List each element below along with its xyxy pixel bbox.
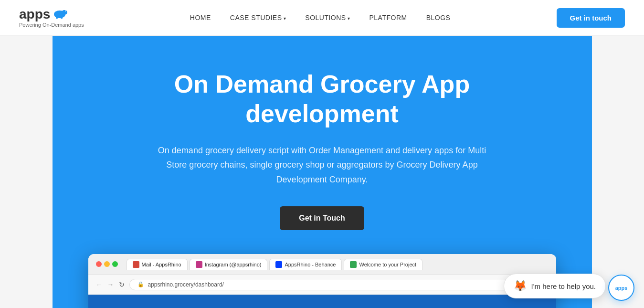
refresh-icon[interactable]: ↻ [119,281,125,288]
chat-text: I'm here to help you. [531,282,596,290]
browser-nav: ← → ↻ 🔒 appsrhino.grocery/dashboard/ ☆ 👤… [88,275,556,295]
chat-widget[interactable]: 🦊 I'm here to help you. [504,274,606,298]
nav-links: HOME CASE STUDIES SOLUTIONS PLATFORM BLO… [190,13,451,22]
tab-label-ig: Instagram (@appsrhino) [205,262,262,267]
back-arrow-icon[interactable]: ← [96,281,103,288]
page-wrapper: On Demand Grocery App development On dem… [0,36,644,308]
tab-welcome[interactable]: Welcome to your Project [344,259,422,270]
navbar: apps Powering On-Demand apps HOME CASE S… [0,0,644,36]
browser-bar: Mail - AppsRhino Instagram (@appsrhino) … [88,254,556,275]
tab-favicon-ig [196,261,202,268]
nav-item-case-studies[interactable]: CASE STUDIES [230,13,286,22]
logo-area: apps Powering On-Demand apps [19,8,84,28]
chat-emoji-icon: 🦊 [514,280,527,292]
apps-circle-label: apps [615,285,628,291]
svg-point-1 [62,10,67,15]
tab-label-mail: Mail - AppsRhino [142,262,181,267]
tab-label-welcome: Welcome to your Project [359,262,416,267]
tab-favicon-welcome [350,261,357,268]
tab-behance[interactable]: AppsRhino - Behance [269,259,342,270]
tab-label-be: AppsRhino - Behance [285,262,336,267]
nav-link-platform[interactable]: PLATFORM [369,14,407,21]
hero-section: On Demand Grocery App development On dem… [53,36,592,308]
get-in-touch-button[interactable]: Get in touch [557,8,625,28]
nav-link-case-studies[interactable]: CASE STUDIES [230,14,286,21]
tab-mail[interactable]: Mail - AppsRhino [127,259,188,270]
dot-close[interactable] [96,261,102,267]
svg-rect-4 [61,16,63,19]
dot-minimize[interactable] [104,261,110,267]
forward-arrow-icon[interactable]: → [107,281,114,288]
hero-cta-button[interactable]: Get in Touch [280,206,364,230]
nav-link-solutions[interactable]: SOLUTIONS [305,14,350,21]
browser-dots [96,261,118,267]
browser-tabs: Mail - AppsRhino Instagram (@appsrhino) … [127,259,549,270]
tab-favicon-be [275,261,282,268]
apps-circle-button[interactable]: apps [608,275,634,301]
browser-mockup: Mail - AppsRhino Instagram (@appsrhino) … [88,254,556,308]
nav-item-platform[interactable]: PLATFORM [369,13,407,22]
nav-link-blogs[interactable]: BLOGS [426,14,451,21]
dot-maximize[interactable] [112,261,118,267]
tab-favicon-mail [133,261,139,268]
browser-content [88,295,556,308]
hero-subtitle: On demand grocery delivery script with O… [155,143,489,187]
address-bar[interactable]: 🔒 appsrhino.grocery/dashboard/ [129,279,510,290]
nav-item-solutions[interactable]: SOLUTIONS [305,13,350,22]
logo-tagline: Powering On-Demand apps [19,22,84,28]
nav-item-blogs[interactable]: BLOGS [426,13,451,22]
logo-icon [51,8,68,19]
address-text: appsrhino.grocery/dashboard/ [148,281,224,288]
lock-icon: 🔒 [137,281,144,287]
tab-instagram[interactable]: Instagram (@appsrhino) [190,259,268,270]
svg-point-5 [65,11,66,11]
logo-text: apps [19,8,50,21]
hero-title: On Demand Grocery App development [110,69,535,129]
svg-rect-3 [56,16,58,19]
nav-link-home[interactable]: HOME [190,14,211,21]
nav-item-home[interactable]: HOME [190,13,211,22]
